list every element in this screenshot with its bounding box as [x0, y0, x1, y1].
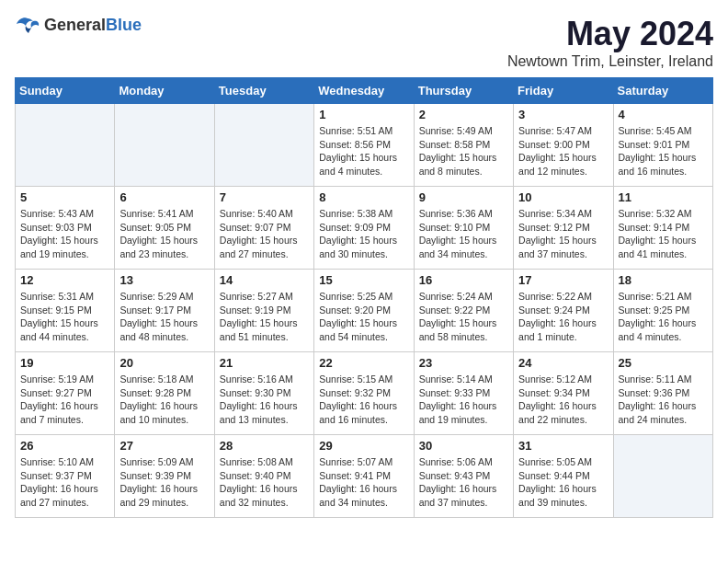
day-info: Sunrise: 5:15 AMSunset: 9:32 PMDaylight:… [319, 373, 408, 427]
day-number: 31 [518, 439, 608, 453]
day-number: 6 [119, 190, 209, 204]
day-info: Sunrise: 5:43 AMSunset: 9:03 PMDaylight:… [20, 207, 109, 261]
table-row: 21Sunrise: 5:16 AMSunset: 9:30 PMDayligh… [214, 352, 313, 435]
location-title: Newtown Trim, Leinster, Ireland [507, 53, 713, 70]
day-number: 28 [220, 439, 309, 453]
day-info: Sunrise: 5:51 AMSunset: 8:56 PMDaylight:… [319, 124, 408, 178]
day-info: Sunrise: 5:31 AMSunset: 9:15 PMDaylight:… [20, 290, 109, 344]
day-info: Sunrise: 5:19 AMSunset: 9:27 PMDaylight:… [20, 373, 109, 427]
header-sunday: Sunday [16, 78, 115, 104]
table-row: 5Sunrise: 5:43 AMSunset: 9:03 PMDaylight… [16, 187, 115, 270]
day-number: 11 [619, 190, 708, 204]
page-header: GeneralBlue May 2024 Newtown Trim, Leins… [15, 15, 713, 70]
table-row: 6Sunrise: 5:41 AMSunset: 9:05 PMDaylight… [115, 187, 214, 270]
header-monday: Monday [115, 78, 214, 104]
table-row [115, 104, 214, 187]
table-row: 24Sunrise: 5:12 AMSunset: 9:34 PMDayligh… [514, 352, 613, 435]
day-number: 13 [119, 273, 209, 287]
day-number: 23 [419, 356, 508, 370]
day-number: 20 [119, 356, 209, 370]
table-row: 20Sunrise: 5:18 AMSunset: 9:28 PMDayligh… [115, 352, 214, 435]
day-number: 18 [619, 273, 708, 287]
logo-text: GeneralBlue [44, 16, 142, 35]
month-title: May 2024 [507, 15, 713, 53]
logo-general: General [44, 16, 106, 34]
day-info: Sunrise: 5:34 AMSunset: 9:12 PMDaylight:… [518, 207, 608, 261]
day-info: Sunrise: 5:25 AMSunset: 9:20 PMDaylight:… [319, 290, 408, 344]
day-number: 4 [619, 108, 708, 121]
logo-bird-icon [15, 15, 40, 35]
table-row: 1Sunrise: 5:51 AMSunset: 8:56 PMDaylight… [314, 104, 414, 187]
table-row: 28Sunrise: 5:08 AMSunset: 9:40 PMDayligh… [214, 435, 313, 518]
header-tuesday: Tuesday [214, 78, 313, 104]
table-row: 15Sunrise: 5:25 AMSunset: 9:20 PMDayligh… [314, 270, 414, 352]
day-info: Sunrise: 5:36 AMSunset: 9:10 PMDaylight:… [419, 207, 508, 261]
day-info: Sunrise: 5:27 AMSunset: 9:19 PMDaylight:… [220, 290, 309, 344]
calendar-week-row: 19Sunrise: 5:19 AMSunset: 9:27 PMDayligh… [16, 352, 713, 435]
day-number: 21 [220, 356, 309, 370]
day-number: 24 [518, 356, 608, 370]
table-row [16, 104, 115, 187]
day-info: Sunrise: 5:32 AMSunset: 9:14 PMDaylight:… [619, 207, 708, 261]
day-number: 3 [518, 108, 608, 121]
table-row: 25Sunrise: 5:11 AMSunset: 9:36 PMDayligh… [613, 352, 712, 435]
table-row: 17Sunrise: 5:22 AMSunset: 9:24 PMDayligh… [514, 270, 613, 352]
day-info: Sunrise: 5:41 AMSunset: 9:05 PMDaylight:… [119, 207, 209, 261]
table-row: 22Sunrise: 5:15 AMSunset: 9:32 PMDayligh… [314, 352, 414, 435]
day-number: 29 [319, 439, 408, 453]
day-number: 7 [220, 190, 309, 204]
day-number: 10 [518, 190, 608, 204]
header-wednesday: Wednesday [314, 78, 414, 104]
day-info: Sunrise: 5:10 AMSunset: 9:37 PMDaylight:… [20, 455, 109, 510]
table-row: 11Sunrise: 5:32 AMSunset: 9:14 PMDayligh… [613, 187, 712, 270]
day-info: Sunrise: 5:49 AMSunset: 8:58 PMDaylight:… [419, 124, 508, 178]
day-info: Sunrise: 5:29 AMSunset: 9:17 PMDaylight:… [119, 290, 209, 344]
day-number: 9 [419, 190, 508, 204]
table-row: 16Sunrise: 5:24 AMSunset: 9:22 PMDayligh… [414, 270, 513, 352]
day-info: Sunrise: 5:14 AMSunset: 9:33 PMDaylight:… [419, 373, 508, 427]
day-info: Sunrise: 5:06 AMSunset: 9:43 PMDaylight:… [419, 455, 508, 510]
day-info: Sunrise: 5:47 AMSunset: 9:00 PMDaylight:… [518, 124, 608, 178]
day-number: 17 [518, 273, 608, 287]
day-number: 26 [20, 439, 109, 453]
table-row: 29Sunrise: 5:07 AMSunset: 9:41 PMDayligh… [314, 435, 414, 518]
day-info: Sunrise: 5:22 AMSunset: 9:24 PMDaylight:… [518, 290, 608, 344]
day-info: Sunrise: 5:18 AMSunset: 9:28 PMDaylight:… [119, 373, 209, 427]
table-row: 2Sunrise: 5:49 AMSunset: 8:58 PMDaylight… [414, 104, 513, 187]
day-number: 19 [20, 356, 109, 370]
day-info: Sunrise: 5:38 AMSunset: 9:09 PMDaylight:… [319, 207, 408, 261]
day-number: 25 [619, 356, 708, 370]
day-number: 5 [20, 190, 109, 204]
table-row: 13Sunrise: 5:29 AMSunset: 9:17 PMDayligh… [115, 270, 214, 352]
weekday-header-row: Sunday Monday Tuesday Wednesday Thursday… [16, 78, 713, 104]
day-info: Sunrise: 5:40 AMSunset: 9:07 PMDaylight:… [220, 207, 309, 261]
table-row: 23Sunrise: 5:14 AMSunset: 9:33 PMDayligh… [414, 352, 513, 435]
table-row: 31Sunrise: 5:05 AMSunset: 9:44 PMDayligh… [514, 435, 613, 518]
day-number: 2 [419, 108, 508, 121]
table-row: 9Sunrise: 5:36 AMSunset: 9:10 PMDaylight… [414, 187, 513, 270]
day-info: Sunrise: 5:07 AMSunset: 9:41 PMDaylight:… [319, 455, 408, 510]
calendar-week-row: 5Sunrise: 5:43 AMSunset: 9:03 PMDaylight… [16, 187, 713, 270]
day-info: Sunrise: 5:11 AMSunset: 9:36 PMDaylight:… [619, 373, 708, 427]
day-info: Sunrise: 5:21 AMSunset: 9:25 PMDaylight:… [619, 290, 708, 344]
day-number: 22 [319, 356, 408, 370]
header-saturday: Saturday [613, 78, 712, 104]
day-number: 16 [419, 273, 508, 287]
table-row: 12Sunrise: 5:31 AMSunset: 9:15 PMDayligh… [16, 270, 115, 352]
logo: GeneralBlue [15, 15, 142, 35]
table-row: 10Sunrise: 5:34 AMSunset: 9:12 PMDayligh… [514, 187, 613, 270]
header-friday: Friday [514, 78, 613, 104]
table-row [613, 435, 712, 518]
day-info: Sunrise: 5:45 AMSunset: 9:01 PMDaylight:… [619, 124, 708, 178]
table-row: 8Sunrise: 5:38 AMSunset: 9:09 PMDaylight… [314, 187, 414, 270]
day-number: 27 [119, 439, 209, 453]
calendar-week-row: 12Sunrise: 5:31 AMSunset: 9:15 PMDayligh… [16, 270, 713, 352]
table-row: 19Sunrise: 5:19 AMSunset: 9:27 PMDayligh… [16, 352, 115, 435]
logo-blue: Blue [106, 16, 142, 34]
table-row [214, 104, 313, 187]
table-row: 14Sunrise: 5:27 AMSunset: 9:19 PMDayligh… [214, 270, 313, 352]
calendar-week-row: 1Sunrise: 5:51 AMSunset: 8:56 PMDaylight… [16, 104, 713, 187]
day-info: Sunrise: 5:08 AMSunset: 9:40 PMDaylight:… [220, 455, 309, 510]
table-row: 4Sunrise: 5:45 AMSunset: 9:01 PMDaylight… [613, 104, 712, 187]
day-info: Sunrise: 5:16 AMSunset: 9:30 PMDaylight:… [220, 373, 309, 427]
